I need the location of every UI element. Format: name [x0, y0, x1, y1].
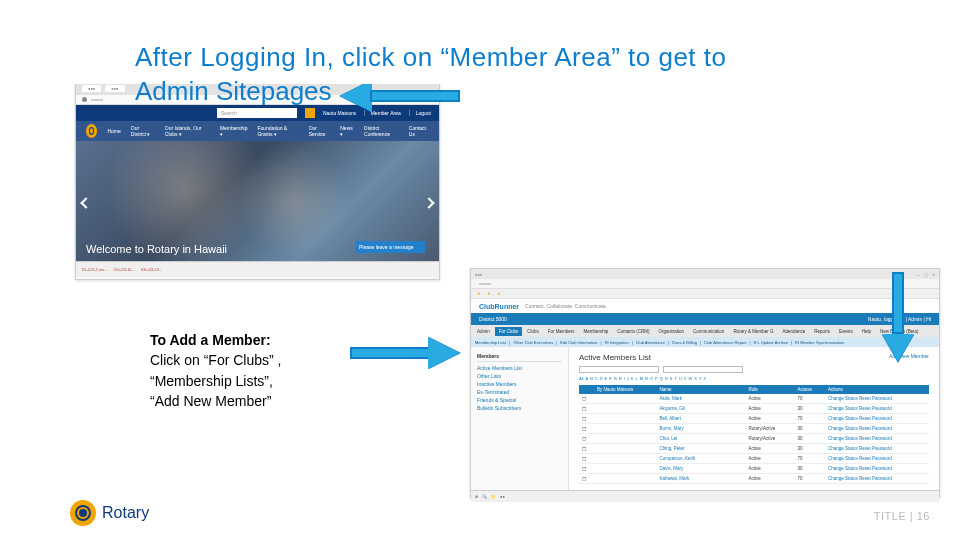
sidebar-link[interactable]: Active Members List — [477, 365, 562, 371]
alpha-letter[interactable]: V — [684, 376, 687, 381]
member-name[interactable]: Akiyama, Gil — [657, 404, 719, 414]
nav-item[interactable]: Our Service — [309, 125, 331, 137]
alpha-letter[interactable]: T — [674, 376, 676, 381]
member-actions[interactable]: Change Status Reset Password — [825, 394, 929, 404]
member-name[interactable]: Akita, Mark — [657, 394, 719, 404]
alpha-letter[interactable]: All — [579, 376, 583, 381]
nav-item[interactable]: News ▾ — [340, 125, 354, 137]
alpha-letter[interactable]: D — [600, 376, 603, 381]
menu-item[interactable]: Contacts (CRM) — [613, 327, 653, 336]
member-actions[interactable]: Change Status Reset Password — [825, 474, 929, 484]
alpha-letter[interactable]: M — [640, 376, 643, 381]
sidebar-link[interactable]: Inactive Members — [477, 381, 562, 387]
alpha-letter[interactable]: Y — [699, 376, 702, 381]
member-actions[interactable]: Change Status Reset Password — [825, 414, 929, 424]
row-checkbox[interactable] — [579, 414, 594, 424]
member-name[interactable]: Ching, Peter — [657, 444, 719, 454]
alpha-letter[interactable]: F — [609, 376, 611, 381]
filter-input[interactable] — [663, 366, 743, 373]
alpha-letter[interactable]: C — [595, 376, 598, 381]
chevron-right-icon[interactable] — [423, 197, 434, 208]
menu-for-clubs[interactable]: For Clubs — [495, 327, 523, 336]
nav-item[interactable]: District Conference — [364, 125, 399, 137]
member-actions[interactable]: Change Status Reset Password — [825, 444, 929, 454]
nav-item[interactable]: Home — [107, 128, 120, 134]
alpha-letter[interactable]: S — [670, 376, 673, 381]
sidebar-link[interactable]: Bulletin Subscribers — [477, 405, 562, 411]
alpha-letter[interactable]: X — [694, 376, 697, 381]
submenu-item[interactable]: Dues & Billing — [672, 340, 697, 345]
nav-item[interactable]: Foundation & Grants ▾ — [257, 125, 298, 137]
menu-item[interactable]: Reports — [810, 327, 834, 336]
menu-item[interactable]: Rotary & Member G — [729, 327, 777, 336]
submenu-item[interactable]: Membership Lists — [475, 340, 506, 345]
alpha-letter[interactable]: Z — [704, 376, 706, 381]
nav-item[interactable]: Our Islands, Our Clubs ▾ — [165, 125, 210, 137]
sidebar-link[interactable]: Other Lists — [477, 373, 562, 379]
submenu-item[interactable]: RI Integration — [605, 340, 629, 345]
alpha-letter[interactable]: B — [590, 376, 593, 381]
alpha-letter[interactable]: O — [650, 376, 653, 381]
alpha-letter[interactable]: U — [679, 376, 682, 381]
menu-item[interactable]: Organization — [655, 327, 689, 336]
row-checkbox[interactable] — [579, 454, 594, 464]
alpha-letter[interactable]: K — [631, 376, 634, 381]
row-checkbox[interactable] — [579, 424, 594, 434]
alpha-letter[interactable]: N — [645, 376, 648, 381]
submenu-item[interactable]: Club Attendance — [636, 340, 665, 345]
member-actions[interactable]: Change Status Reset Password — [825, 454, 929, 464]
menu-admin[interactable]: Admin — [473, 327, 494, 336]
member-actions[interactable]: Change Status Reset Password — [825, 404, 929, 414]
menu-item[interactable]: Communication — [689, 327, 728, 336]
row-checkbox[interactable] — [579, 394, 594, 404]
alpha-letter[interactable]: R — [665, 376, 668, 381]
alpha-letter[interactable]: P — [655, 376, 658, 381]
search-button[interactable] — [305, 108, 315, 118]
nav-item[interactable]: Membership ▾ — [220, 125, 248, 137]
member-actions[interactable]: Change Status Reset Password — [825, 424, 929, 434]
row-checkbox[interactable] — [579, 464, 594, 474]
alpha-letter[interactable]: W — [688, 376, 692, 381]
submenu-item[interactable]: RI Member Synchronization — [795, 340, 844, 345]
member-name[interactable]: Kahawai, Mark — [657, 474, 719, 484]
nav-item[interactable]: Contact Us — [409, 125, 429, 137]
menu-item[interactable]: Attendance — [778, 327, 809, 336]
member-name[interactable]: Companion, Keith — [657, 454, 719, 464]
menu-item[interactable]: Help — [858, 327, 875, 336]
submenu-item[interactable]: Other Club Executives — [513, 340, 553, 345]
alpha-letter[interactable]: I — [624, 376, 625, 381]
alpha-letter[interactable]: Q — [660, 376, 663, 381]
submenu-item[interactable]: R.I. Update Archive — [754, 340, 788, 345]
row-checkbox[interactable] — [579, 404, 594, 414]
alpha-letter[interactable]: G — [614, 376, 617, 381]
alpha-letter[interactable]: E — [605, 376, 608, 381]
nav-item[interactable]: Our District ▾ — [131, 125, 155, 137]
chat-widget[interactable]: Please leave a message — [355, 241, 425, 253]
member-name[interactable]: Burns, Mary — [657, 424, 719, 434]
member-name[interactable]: Choi, Lei — [657, 434, 719, 444]
row-checkbox[interactable] — [579, 434, 594, 444]
chevron-left-icon[interactable] — [80, 197, 91, 208]
search-input[interactable]: Search — [217, 108, 297, 118]
member-actions[interactable]: Change Status Reset Password — [825, 464, 929, 474]
member-name[interactable]: Davis, Mary — [657, 464, 719, 474]
logout-link[interactable]: Logout — [409, 110, 431, 116]
alpha-letter[interactable]: A — [585, 376, 588, 381]
menu-item[interactable]: Membership — [580, 327, 613, 336]
member-area-link[interactable]: Member Area — [364, 110, 401, 116]
row-checkbox[interactable] — [579, 444, 594, 454]
menu-item[interactable]: Events — [835, 327, 857, 336]
menu-item[interactable]: Clubs — [523, 327, 543, 336]
menu-item[interactable]: For Members — [544, 327, 579, 336]
filter-input[interactable] — [579, 366, 659, 373]
submenu-item[interactable]: Club Attendance Report — [704, 340, 746, 345]
alpha-letter[interactable]: L — [636, 376, 638, 381]
sidebar-link[interactable]: Friends & Special — [477, 397, 562, 403]
submenu-item[interactable]: Edit Club Information — [560, 340, 597, 345]
member-actions[interactable]: Change Status Reset Password — [825, 434, 929, 444]
alpha-letter[interactable]: H — [619, 376, 622, 381]
sidebar-link[interactable]: Ex-Terminated — [477, 389, 562, 395]
member-name[interactable]: Bell, Albert — [657, 414, 719, 424]
row-checkbox[interactable] — [579, 474, 594, 484]
alpha-letter[interactable]: J — [627, 376, 629, 381]
